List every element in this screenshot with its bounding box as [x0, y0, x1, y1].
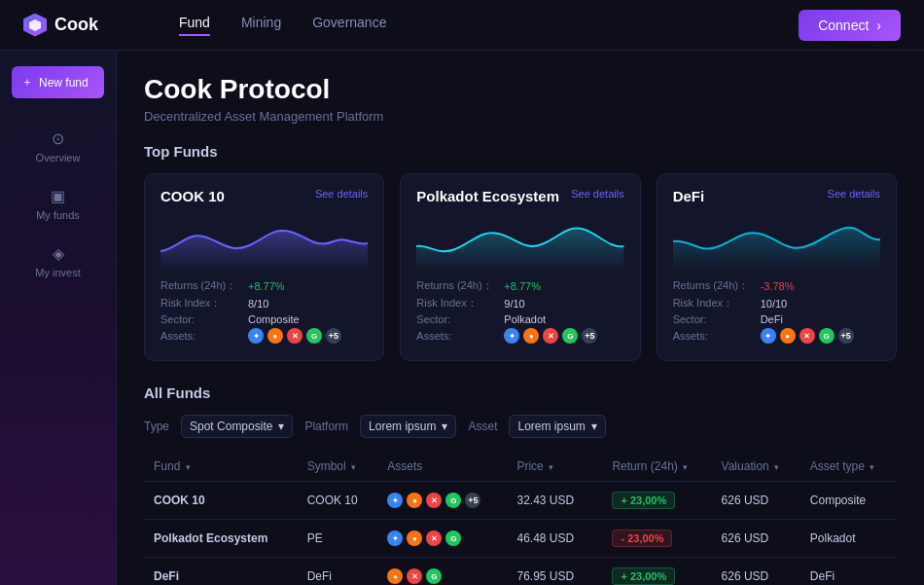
- asset-dot-d1: ✦: [761, 328, 776, 344]
- asset-dot-2: ●: [267, 328, 283, 344]
- table-row: DeFi DeFi ● ✕ G 76.95 USD + 23,00% 626 U…: [144, 558, 897, 586]
- asset-dot-4: G: [306, 328, 322, 344]
- asset-dot-d-more: +5: [838, 328, 854, 344]
- chevron-down-icon-2: ▾: [442, 420, 447, 433]
- fund-name-cell: COOK 10: [144, 482, 298, 520]
- card-title-polkadot: Polkadot Ecosystem: [416, 188, 559, 204]
- assets-dots-cook10: ✦ ● ✕ G +5: [248, 328, 341, 344]
- sidebar-item-myinvest[interactable]: ◈ My invest: [0, 233, 116, 290]
- header: Cook Fund Mining Governance Connect ›: [0, 0, 924, 51]
- asset-dot-1: ✦: [248, 328, 264, 344]
- fund-asset-type-cell: Polkadot: [800, 520, 897, 558]
- nav-fund[interactable]: Fund: [179, 15, 210, 36]
- fund-cards: COOK 10 See details: [144, 173, 897, 361]
- sidebar-item-overview[interactable]: ⊙ Overview: [0, 118, 116, 175]
- fund-asset-type-cell: DeFi: [800, 558, 897, 586]
- content-area: Cook Protocol Decentralized Asset Manage…: [117, 51, 924, 585]
- asset-filter[interactable]: Lorem ipsum ▾: [509, 415, 605, 438]
- fund-assets-cell: ● ✕ G: [377, 558, 507, 586]
- all-funds-filters: Type Spot Composite ▾ Platform Lorem ips…: [144, 415, 897, 438]
- all-funds-title: All Funds: [144, 384, 897, 401]
- nav-governance[interactable]: Governance: [312, 15, 386, 36]
- asset-dot-d3: ✕: [800, 328, 815, 344]
- top-funds-title: Top Funds: [144, 143, 897, 160]
- chart-cook10: [160, 212, 368, 271]
- main-layout: ＋ New fund ⊙ Overview ▣ My funds ◈ My in…: [0, 51, 924, 585]
- fund-return-cell: - 23,00%: [602, 520, 711, 558]
- table-row: Polkadot Ecosystem PE ✦ ● ✕ G 46.48 USD …: [144, 520, 897, 558]
- col-return[interactable]: Return (24h) ▾: [602, 452, 711, 482]
- fund-price-cell: 46.48 USD: [507, 520, 602, 558]
- assets-dots-polkadot: ✦ ● ✕ G +5: [504, 328, 597, 344]
- card-title-cook10: COOK 10: [160, 188, 225, 204]
- card-stats-defi: Returns (24h)： -3.78% Risk Index： 10/10 …: [673, 278, 880, 344]
- nav: Fund Mining Governance: [179, 15, 386, 36]
- col-assets: Assets: [377, 452, 507, 482]
- fund-symbol-cell: COOK 10: [298, 482, 378, 520]
- see-details-defi[interactable]: See details: [828, 188, 880, 200]
- asset-dot-3: ✕: [287, 328, 302, 344]
- fund-name-cell: DeFi: [144, 558, 298, 586]
- fund-asset-type-cell: Composite: [800, 482, 897, 520]
- asset-dot-p1: ✦: [504, 328, 519, 344]
- logo: Cook: [23, 14, 140, 37]
- page-subtitle: Decentralized Asset Management Platform: [144, 109, 897, 124]
- myfunds-icon: ▣: [51, 187, 65, 205]
- fund-return-cell: + 23,00%: [602, 482, 711, 520]
- table-header-row: Fund ▾ Symbol ▾ Assets Price ▾ Return (2…: [144, 452, 897, 482]
- asset-dot-p3: ✕: [543, 328, 558, 344]
- col-fund[interactable]: Fund ▾: [144, 452, 298, 482]
- asset-dot-p2: ●: [523, 328, 539, 344]
- new-fund-button[interactable]: ＋ New fund: [12, 66, 104, 98]
- overview-icon: ⊙: [52, 129, 64, 148]
- fund-price-cell: 76.95 USD: [507, 558, 602, 586]
- fund-symbol-cell: PE: [298, 520, 378, 558]
- card-stats-polkadot: Returns (24h)： +8.77% Risk Index： 9/10 S…: [416, 278, 623, 344]
- col-price[interactable]: Price ▾: [507, 452, 602, 482]
- col-symbol[interactable]: Symbol ▾: [298, 452, 378, 482]
- fund-assets-cell: ✦ ● ✕ G: [377, 520, 507, 558]
- connect-button[interactable]: Connect ›: [799, 10, 901, 41]
- platform-filter[interactable]: Lorem ipsum ▾: [360, 415, 456, 438]
- chevron-down-icon-3: ▾: [591, 420, 597, 433]
- fund-price-cell: 32.43 USD: [507, 482, 602, 520]
- table-row: COOK 10 COOK 10 ✦ ● ✕ G +5 32.43 USD + 2…: [144, 482, 897, 520]
- asset-dot-more: +5: [326, 328, 341, 344]
- chevron-down-icon: ▾: [278, 420, 284, 433]
- nav-mining[interactable]: Mining: [241, 15, 281, 36]
- col-asset-type[interactable]: Asset type ▾: [800, 452, 897, 482]
- fund-card-cook10: COOK 10 See details: [144, 173, 384, 361]
- type-filter[interactable]: Spot Composite ▾: [181, 415, 293, 438]
- svg-marker-0: [29, 19, 41, 31]
- asset-dot-d2: ●: [780, 328, 796, 344]
- fund-symbol-cell: DeFi: [298, 558, 378, 586]
- asset-dot-p-more: +5: [582, 328, 597, 344]
- myinvest-icon: ◈: [53, 244, 64, 263]
- sidebar-item-myfunds[interactable]: ▣ My funds: [0, 175, 116, 233]
- fund-return-cell: + 23,00%: [602, 558, 711, 586]
- fund-assets-cell: ✦ ● ✕ G +5: [377, 482, 507, 520]
- fund-valuation-cell: 626 USD: [712, 482, 800, 520]
- logo-icon: [23, 14, 47, 37]
- arrow-right-icon: ›: [876, 18, 881, 33]
- funds-table: Fund ▾ Symbol ▾ Assets Price ▾ Return (2…: [144, 452, 897, 585]
- asset-dot-d4: G: [819, 328, 835, 344]
- chart-polkadot: [416, 212, 623, 271]
- fund-name-cell: Polkadot Ecosystem: [144, 520, 298, 558]
- see-details-cook10[interactable]: See details: [315, 188, 368, 200]
- assets-dots-defi: ✦ ● ✕ G +5: [761, 328, 854, 344]
- fund-card-defi: DeFi See details: [657, 173, 897, 361]
- fund-valuation-cell: 626 USD: [712, 558, 800, 586]
- col-valuation[interactable]: Valuation ▾: [712, 452, 800, 482]
- fund-card-polkadot: Polkadot Ecosystem See details: [400, 173, 640, 361]
- card-title-defi: DeFi: [673, 188, 705, 204]
- page-title: Cook Protocol: [144, 74, 897, 105]
- see-details-polkadot[interactable]: See details: [571, 188, 623, 200]
- card-stats-cook10: Returns (24h)： +8.77% Risk Index： 8/10 S…: [160, 278, 368, 344]
- sidebar: ＋ New fund ⊙ Overview ▣ My funds ◈ My in…: [0, 51, 117, 585]
- plus-icon: ＋: [21, 74, 33, 91]
- chart-defi: [673, 212, 880, 271]
- fund-valuation-cell: 626 USD: [712, 520, 800, 558]
- logo-text: Cook: [54, 15, 98, 35]
- asset-dot-p4: G: [562, 328, 578, 344]
